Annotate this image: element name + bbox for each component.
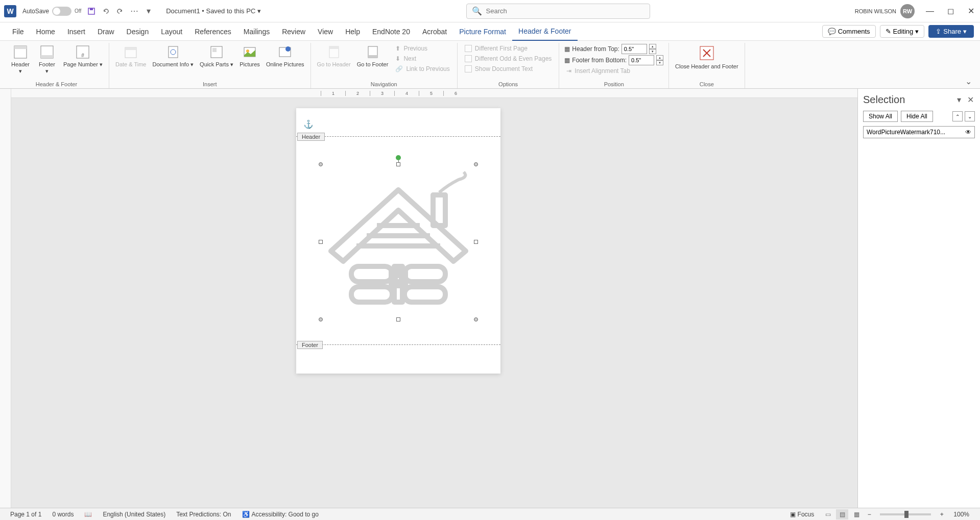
user-area[interactable]: ROBIN WILSON RW (855, 4, 915, 18)
ribbon-collapse-button[interactable]: ⌄ (961, 75, 976, 88)
zoom-level[interactable]: 100% (948, 511, 975, 518)
document-page[interactable]: ⚓ Header (296, 108, 500, 374)
tab-design[interactable]: Design (121, 22, 155, 41)
avatar[interactable]: RW (900, 4, 915, 18)
comments-button[interactable]: 💬 Comments (822, 25, 876, 38)
rotation-handle[interactable] (396, 155, 401, 160)
ribbon-tabs: File Home Insert Draw Design Layout Refe… (0, 22, 980, 41)
hide-all-button[interactable]: Hide All (901, 111, 933, 122)
tab-picture-format[interactable]: Picture Format (453, 22, 512, 41)
spinner-down[interactable]: ▼ (656, 60, 663, 65)
header-region[interactable]: ⚓ (296, 108, 500, 137)
document-scroll[interactable]: 1 2 3 4 5 6 ⚓ Header (11, 89, 857, 508)
word-count-status[interactable]: 0 words (47, 511, 79, 518)
quick-parts-button[interactable]: Quick Parts ▾ (198, 43, 235, 69)
read-mode-view-icon[interactable]: ▭ (822, 509, 834, 519)
document-title[interactable]: Document1 • Saved to this PC ▾ (166, 7, 261, 15)
zoom-slider[interactable] (880, 513, 931, 515)
minimize-icon[interactable]: — (925, 6, 935, 16)
tab-acrobat[interactable]: Acrobat (416, 22, 453, 41)
focus-mode-button[interactable]: ▣Focus (785, 511, 820, 518)
page-number-button[interactable]: # Page Number ▾ (61, 43, 105, 69)
tab-mailings[interactable]: Mailings (237, 22, 276, 41)
svg-rect-5 (41, 55, 53, 58)
close-header-footer-button[interactable]: Close Header and Footer (673, 43, 740, 71)
restore-icon[interactable]: ◻ (945, 6, 955, 16)
comment-icon: 💬 (828, 28, 836, 35)
selection-handle-s[interactable] (396, 317, 400, 321)
quick-access-toolbar: ⋯ ▾ (86, 6, 154, 16)
close-icon[interactable]: ✕ (966, 6, 976, 16)
qat-customize-icon[interactable]: ▾ (144, 6, 154, 16)
user-name: ROBIN WILSON (855, 8, 896, 14)
vertical-ruler[interactable] (0, 89, 11, 508)
editing-mode-button[interactable]: ✎ Editing ▾ (880, 25, 925, 38)
selection-handle-e[interactable] (474, 240, 478, 244)
svg-rect-1 (90, 8, 93, 10)
header-from-top-input[interactable] (622, 44, 647, 54)
zoom-thumb[interactable] (904, 511, 909, 518)
send-backward-button[interactable]: ⌄ (965, 111, 975, 121)
footer-button[interactable]: Footer▾ (35, 43, 59, 76)
footer-from-bottom-input[interactable] (629, 55, 654, 65)
selection-item[interactable]: WordPictureWatermark710... 👁 (863, 126, 975, 138)
redo-icon[interactable] (115, 6, 125, 16)
tab-header-footer[interactable]: Header & Footer (512, 22, 578, 41)
selection-handle-se[interactable] (474, 317, 478, 321)
spinner-down[interactable]: ▼ (649, 49, 656, 54)
zoom-in-button[interactable]: + (937, 510, 946, 519)
goto-footer-button[interactable]: Go to Footer (355, 43, 391, 69)
tab-draw[interactable]: Draw (91, 22, 121, 41)
selection-handle-w[interactable] (319, 240, 323, 244)
accessibility-status[interactable]: ♿Accessibility: Good to go (237, 511, 324, 518)
tab-endnote[interactable]: EndNote 20 (366, 22, 416, 41)
page-status[interactable]: Page 1 of 1 (5, 511, 47, 518)
share-button[interactable]: ⇪ Share ▾ (928, 25, 974, 38)
undo-icon[interactable] (101, 6, 111, 16)
visibility-eye-icon[interactable]: 👁 (965, 129, 971, 136)
date-time-button: Date & Time (113, 43, 149, 69)
qat-more-icon[interactable]: ⋯ (129, 6, 139, 16)
tab-references[interactable]: References (188, 22, 237, 41)
zoom-out-button[interactable]: − (865, 510, 874, 519)
selection-handle-sw[interactable] (319, 317, 323, 321)
header-button[interactable]: Header▾ (8, 43, 33, 76)
search-input[interactable] (486, 7, 644, 15)
group-label: Header & Footer (8, 80, 105, 88)
spinner-up[interactable]: ▲ (649, 44, 656, 49)
bring-forward-button[interactable]: ⌃ (952, 111, 963, 121)
pane-close-icon[interactable]: ✕ (966, 94, 975, 106)
tab-view[interactable]: View (312, 22, 339, 41)
spellcheck-icon[interactable]: 📖 (79, 511, 98, 518)
pane-dropdown-icon[interactable]: ▾ (956, 94, 962, 106)
horizontal-ruler[interactable]: 1 2 3 4 5 6 (11, 89, 857, 98)
tab-home[interactable]: Home (30, 22, 61, 41)
selection-handle-n[interactable] (396, 162, 400, 166)
svg-rect-13 (212, 48, 217, 52)
link-icon: 🔗 (395, 65, 403, 72)
selection-handle-ne[interactable] (474, 162, 478, 166)
web-layout-view-icon[interactable]: ▦ (850, 509, 863, 519)
tab-review[interactable]: Review (276, 22, 312, 41)
online-pictures-button[interactable]: Online Pictures (264, 43, 306, 69)
tab-help[interactable]: Help (339, 22, 366, 41)
print-layout-view-icon[interactable]: ▤ (836, 509, 848, 519)
text-predictions-status[interactable]: Text Predictions: On (171, 511, 236, 518)
document-info-button[interactable]: Document Info ▾ (150, 43, 196, 69)
previous-icon: ⬆ (395, 45, 400, 52)
pictures-button[interactable]: Pictures (237, 43, 262, 69)
footer-region[interactable] (296, 344, 500, 345)
tab-file[interactable]: File (6, 22, 30, 41)
watermark-picture[interactable] (321, 164, 476, 319)
language-status[interactable]: English (United States) (98, 511, 171, 518)
selection-handle-nw[interactable] (319, 162, 323, 166)
autosave-toggle[interactable]: AutoSave Off (22, 7, 81, 16)
show-all-button[interactable]: Show All (863, 111, 898, 122)
spinner-up[interactable]: ▲ (656, 55, 663, 60)
svg-rect-9 (125, 47, 136, 50)
save-icon[interactable] (86, 6, 97, 16)
toggle-switch[interactable] (52, 7, 71, 16)
tab-insert[interactable]: Insert (61, 22, 91, 41)
search-box[interactable]: 🔍 (466, 4, 650, 19)
tab-layout[interactable]: Layout (155, 22, 188, 41)
